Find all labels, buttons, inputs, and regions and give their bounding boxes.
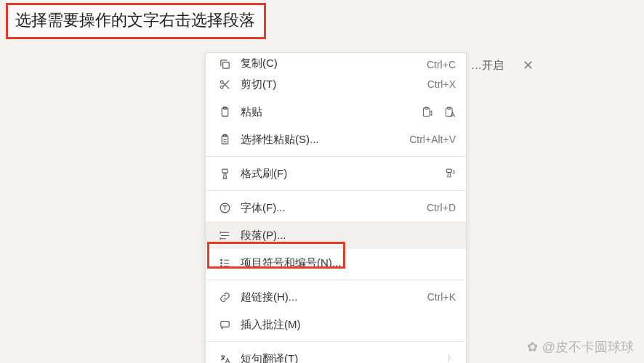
menu-shortcut: Ctrl+X — [427, 78, 456, 90]
menu-item-paste[interactable]: 粘贴 — [206, 98, 466, 126]
menu-label: 粘贴 — [241, 105, 421, 119]
scissors-icon — [216, 78, 233, 91]
context-menu: 复制(C) Ctrl+C 剪切(T) Ctrl+X 粘贴 选择性粘贴(S)...… — [205, 52, 467, 363]
chevron-right-icon: 〉 — [446, 352, 456, 363]
watermark-text: @皮不卡圆球球 — [542, 338, 634, 356]
menu-label: 超链接(H)... — [241, 290, 427, 304]
translate-icon — [216, 353, 233, 364]
menu-shortcut: Ctrl+D — [427, 202, 456, 213]
menu-divider — [206, 190, 466, 191]
svg-rect-17 — [220, 321, 228, 327]
menu-label: 插入批注(M) — [241, 318, 456, 332]
paragraph-icon — [216, 229, 233, 242]
clipboard-special-icon — [216, 134, 233, 146]
menu-divider — [206, 280, 466, 280]
paintbrush-icon — [216, 168, 233, 180]
menu-item-hyperlink[interactable]: 超链接(H)... Ctrl+K — [206, 283, 466, 311]
menu-label: 格式刷(F) — [241, 167, 443, 181]
font-icon — [216, 202, 233, 214]
top-pane-label: …开启 — [471, 59, 504, 73]
svg-rect-0 — [222, 62, 229, 69]
watermark: ✿ @皮不卡圆球球 — [527, 338, 634, 356]
menu-item-cut[interactable]: 剪切(T) Ctrl+X — [206, 70, 466, 98]
menu-item-comment[interactable]: 插入批注(M) — [206, 311, 466, 338]
menu-item-paragraph[interactable]: 段落(P)... — [206, 221, 466, 249]
paste-keep-format-icon[interactable] — [421, 106, 433, 118]
format-painter-extra-icon[interactable] — [443, 168, 456, 180]
menu-divider — [206, 341, 466, 342]
svg-point-14 — [220, 259, 222, 261]
menu-item-format-painter[interactable]: 格式刷(F) — [206, 160, 466, 187]
link-icon — [216, 291, 233, 303]
copy-icon — [216, 58, 233, 70]
menu-shortcut: Ctrl+C — [427, 59, 456, 70]
menu-label: 字体(F)... — [241, 201, 427, 215]
menu-item-font[interactable]: 字体(F)... Ctrl+D — [206, 194, 466, 221]
menu-label: 段落(P)... — [241, 229, 456, 242]
svg-rect-12 — [446, 169, 451, 172]
menu-shortcut: Ctrl+Alt+V — [409, 134, 456, 145]
instruction-text: 选择需要操作的文字右击选择段落 — [15, 11, 255, 29]
svg-rect-11 — [222, 169, 227, 173]
svg-point-2 — [220, 86, 223, 89]
svg-point-1 — [220, 81, 223, 83]
paste-mode-icons[interactable] — [421, 106, 456, 118]
menu-item-translate[interactable]: 短句翻译(T) 〉 — [206, 345, 466, 363]
watermark-icon: ✿ — [527, 339, 538, 355]
menu-label: 复制(C) — [241, 57, 427, 70]
svg-point-16 — [220, 265, 222, 266]
menu-item-paste-special[interactable]: 选择性粘贴(S)... Ctrl+Alt+V — [206, 126, 466, 153]
menu-shortcut: Ctrl+K — [427, 291, 456, 303]
list-icon — [216, 257, 233, 269]
top-pane-remnant: …开启 ✕ — [471, 54, 539, 76]
paste-text-only-icon[interactable] — [443, 106, 456, 118]
menu-item-bullets[interactable]: 项目符号和编号(N)... — [206, 249, 466, 277]
menu-label: 剪切(T) — [241, 78, 427, 91]
svg-point-15 — [220, 262, 222, 264]
menu-divider — [206, 156, 466, 157]
menu-item-copy[interactable]: 复制(C) Ctrl+C — [206, 54, 466, 70]
comment-icon — [216, 319, 233, 331]
close-icon[interactable]: ✕ — [517, 54, 539, 76]
menu-label: 短句翻译(T) — [241, 352, 446, 364]
menu-label: 项目符号和编号(N)... — [241, 256, 456, 270]
instruction-annotation: 选择需要操作的文字右击选择段落 — [6, 3, 266, 39]
menu-label: 选择性粘贴(S)... — [241, 133, 409, 147]
clipboard-icon — [216, 106, 233, 118]
